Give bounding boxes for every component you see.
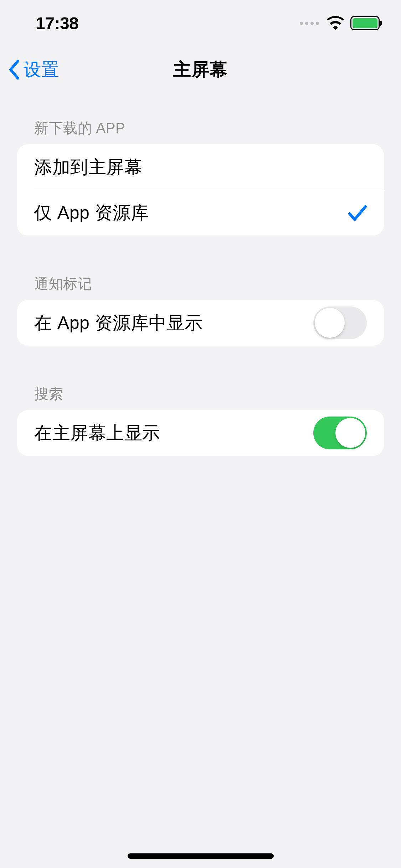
option-app-library-only[interactable]: 仅 App 资源库 [34,190,384,236]
option-add-to-home[interactable]: 添加到主屏幕 [17,144,384,190]
option-label: 仅 App 资源库 [34,201,149,225]
section-header-new-apps: 新下载的 APP [17,112,384,144]
row-show-in-app-library: 在 App 资源库中显示 [17,300,384,346]
checkmark-icon [348,205,367,222]
group-new-apps: 添加到主屏幕 仅 App 资源库 [17,144,384,236]
group-search: 在主屏幕上显示 [17,410,384,456]
back-label: 设置 [24,58,59,82]
option-label: 添加到主屏幕 [34,155,142,179]
status-bar: 17:38 [0,0,401,46]
section-header-search: 搜索 [17,378,384,410]
group-badges: 在 App 资源库中显示 [17,300,384,346]
battery-icon [350,16,380,30]
page-title: 主屏幕 [173,58,228,82]
cellular-dots-icon [300,22,319,25]
section-header-badges: 通知标记 [17,268,384,300]
home-indicator[interactable] [128,853,274,859]
row-label: 在 App 资源库中显示 [34,311,203,335]
wifi-icon [327,16,344,30]
status-icons [300,16,380,30]
row-show-on-home: 在主屏幕上显示 [17,410,384,456]
toggle-show-on-home[interactable] [313,417,367,449]
nav-bar: 设置 主屏幕 [0,46,401,93]
chevron-left-icon [8,60,21,79]
back-button[interactable]: 设置 [8,58,59,82]
row-label: 在主屏幕上显示 [34,421,160,445]
toggle-show-in-app-library[interactable] [313,306,367,339]
status-time: 17:38 [36,14,78,33]
